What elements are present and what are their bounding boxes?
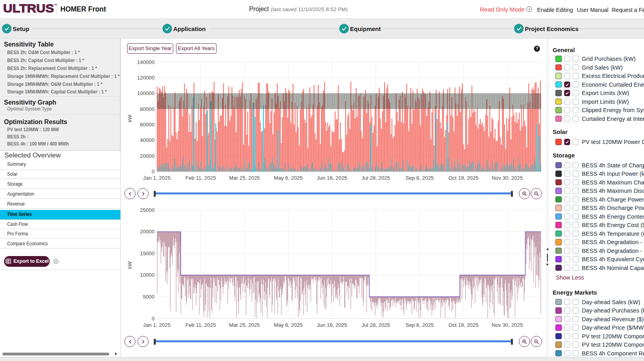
svg-text:140000: 140000 [137, 59, 155, 65]
svg-text:10000: 10000 [140, 272, 155, 278]
svg-text:80000: 80000 [140, 106, 155, 112]
svg-text:Jul 28, 2025: Jul 28, 2025 [362, 322, 390, 328]
svg-text:40000: 40000 [140, 137, 155, 143]
svg-text:20000: 20000 [140, 229, 155, 235]
svg-text:Nov 30, 2025: Nov 30, 2025 [492, 322, 523, 328]
svg-text:25000: 25000 [140, 207, 155, 213]
svg-text:Sep 8, 2025: Sep 8, 2025 [406, 175, 434, 181]
svg-text:Jul 28, 2025: Jul 28, 2025 [362, 175, 390, 181]
svg-text:Jun 16, 2025: Jun 16, 2025 [317, 322, 347, 328]
svg-text:Sep 8, 2025: Sep 8, 2025 [406, 322, 434, 328]
svg-text:Oct 19, 2025: Oct 19, 2025 [449, 322, 479, 328]
svg-text:Feb 11, 2025: Feb 11, 2025 [186, 322, 216, 328]
svg-text:Nov 30, 2025: Nov 30, 2025 [492, 175, 523, 181]
svg-text:May 6, 2025: May 6, 2025 [274, 322, 303, 328]
svg-text:May 6, 2025: May 6, 2025 [274, 175, 303, 181]
svg-text:5000: 5000 [143, 294, 155, 300]
svg-text:60000: 60000 [140, 122, 155, 128]
svg-text:kW: kW [127, 261, 133, 269]
svg-text:20000: 20000 [140, 153, 155, 159]
svg-text:kW: kW [127, 115, 133, 122]
svg-text:Jan 1, 2025: Jan 1, 2025 [143, 175, 170, 181]
svg-text:Mar 25, 2025: Mar 25, 2025 [229, 322, 260, 328]
svg-text:Mar 25, 2025: Mar 25, 2025 [229, 175, 260, 181]
svg-text:15000: 15000 [140, 250, 155, 256]
svg-text:120000: 120000 [137, 75, 155, 81]
svg-text:100000: 100000 [137, 90, 155, 96]
svg-text:0: 0 [152, 316, 155, 322]
svg-text:Feb 11, 2025: Feb 11, 2025 [186, 175, 216, 181]
svg-text:Jun 16, 2025: Jun 16, 2025 [317, 175, 347, 181]
svg-text:Oct 19, 2025: Oct 19, 2025 [449, 175, 479, 181]
svg-text:Jan 1, 2025: Jan 1, 2025 [143, 322, 170, 328]
svg-text:0: 0 [152, 169, 155, 175]
